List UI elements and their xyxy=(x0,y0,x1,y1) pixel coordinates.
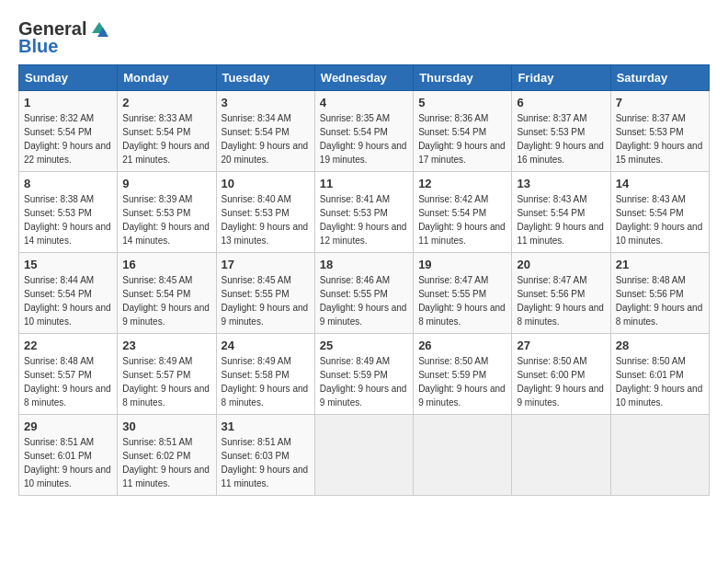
calendar-cell xyxy=(512,415,610,496)
day-info: Sunrise: 8:37 AM Sunset: 5:53 PM Dayligh… xyxy=(517,111,605,167)
calendar-cell: 18 Sunrise: 8:46 AM Sunset: 5:55 PM Dayl… xyxy=(314,253,413,334)
day-number: 17 xyxy=(222,258,310,271)
sunset: Sunset: 5:54 PM xyxy=(24,127,92,137)
sunrise: Sunrise: 8:34 AM xyxy=(222,113,291,123)
day-info: Sunrise: 8:43 AM Sunset: 5:54 PM Dayligh… xyxy=(616,192,704,247)
sunrise: Sunrise: 8:51 AM xyxy=(24,437,94,447)
daylight: Daylight: 9 hours and 11 minutes. xyxy=(122,465,210,488)
calendar-cell xyxy=(314,415,413,496)
weekday-header-wednesday: Wednesday xyxy=(314,65,413,91)
sunrise: Sunrise: 8:47 AM xyxy=(418,275,488,285)
daylight: Daylight: 9 hours and 9 minutes. xyxy=(122,303,210,327)
daylight: Daylight: 9 hours and 9 minutes. xyxy=(517,384,604,408)
weekday-header-friday: Friday xyxy=(512,65,610,91)
day-info: Sunrise: 8:43 AM Sunset: 5:54 PM Dayligh… xyxy=(517,192,605,247)
sunrise: Sunrise: 8:33 AM xyxy=(122,113,192,123)
sunset: Sunset: 6:02 PM xyxy=(122,451,190,461)
sunset: Sunset: 5:55 PM xyxy=(222,289,290,299)
sunset: Sunset: 5:54 PM xyxy=(517,208,585,218)
day-info: Sunrise: 8:40 AM Sunset: 5:53 PM Dayligh… xyxy=(222,192,310,247)
calendar-cell: 8 Sunrise: 8:38 AM Sunset: 5:53 PM Dayli… xyxy=(19,172,118,253)
sunset: Sunset: 5:58 PM xyxy=(222,370,290,380)
sunset: Sunset: 6:01 PM xyxy=(24,451,92,461)
sunset: Sunset: 6:01 PM xyxy=(616,370,684,380)
calendar-cell: 10 Sunrise: 8:40 AM Sunset: 5:53 PM Dayl… xyxy=(216,172,314,253)
daylight: Daylight: 9 hours and 9 minutes. xyxy=(222,303,309,327)
daylight: Daylight: 9 hours and 14 minutes. xyxy=(24,222,111,246)
daylight: Daylight: 9 hours and 10 minutes. xyxy=(616,384,703,408)
day-number: 1 xyxy=(24,96,112,109)
day-number: 25 xyxy=(320,339,408,352)
day-info: Sunrise: 8:51 AM Sunset: 6:02 PM Dayligh… xyxy=(122,435,210,490)
calendar-cell: 6 Sunrise: 8:37 AM Sunset: 5:53 PM Dayli… xyxy=(512,91,610,172)
sunset: Sunset: 5:59 PM xyxy=(418,370,486,380)
sunset: Sunset: 6:00 PM xyxy=(517,370,585,380)
sunset: Sunset: 5:55 PM xyxy=(320,289,388,299)
day-info: Sunrise: 8:51 AM Sunset: 6:03 PM Dayligh… xyxy=(222,435,310,490)
sunrise: Sunrise: 8:40 AM xyxy=(222,194,291,204)
sunset: Sunset: 5:53 PM xyxy=(616,127,684,137)
calendar-cell: 30 Sunrise: 8:51 AM Sunset: 6:02 PM Dayl… xyxy=(118,415,216,496)
sunrise: Sunrise: 8:43 AM xyxy=(517,194,586,204)
day-number: 28 xyxy=(616,339,704,352)
day-number: 24 xyxy=(222,339,310,352)
day-number: 31 xyxy=(222,419,310,433)
day-number: 21 xyxy=(616,258,704,271)
day-info: Sunrise: 8:50 AM Sunset: 6:00 PM Dayligh… xyxy=(517,354,605,409)
calendar-cell: 14 Sunrise: 8:43 AM Sunset: 5:54 PM Dayl… xyxy=(610,172,709,253)
day-info: Sunrise: 8:32 AM Sunset: 5:54 PM Dayligh… xyxy=(24,111,112,167)
calendar-cell: 27 Sunrise: 8:50 AM Sunset: 6:00 PM Dayl… xyxy=(512,334,610,415)
calendar-cell: 22 Sunrise: 8:48 AM Sunset: 5:57 PM Dayl… xyxy=(19,334,118,415)
day-info: Sunrise: 8:47 AM Sunset: 5:55 PM Dayligh… xyxy=(418,273,506,328)
day-info: Sunrise: 8:42 AM Sunset: 5:54 PM Dayligh… xyxy=(418,192,506,247)
daylight: Daylight: 9 hours and 14 minutes. xyxy=(122,222,210,246)
sunset: Sunset: 5:59 PM xyxy=(320,370,388,380)
sunset: Sunset: 5:57 PM xyxy=(24,370,92,380)
calendar-week-2: 8 Sunrise: 8:38 AM Sunset: 5:53 PM Dayli… xyxy=(19,172,710,253)
day-number: 30 xyxy=(122,419,210,433)
sunrise: Sunrise: 8:36 AM xyxy=(418,113,488,123)
weekday-header-monday: Monday xyxy=(118,65,216,91)
daylight: Daylight: 9 hours and 10 minutes. xyxy=(24,465,111,488)
day-number: 7 xyxy=(616,96,704,109)
day-info: Sunrise: 8:48 AM Sunset: 5:56 PM Dayligh… xyxy=(616,273,704,328)
sunset: Sunset: 5:54 PM xyxy=(122,127,190,137)
daylight: Daylight: 9 hours and 16 minutes. xyxy=(517,141,604,165)
sunrise: Sunrise: 8:38 AM xyxy=(24,194,94,204)
day-number: 6 xyxy=(517,96,605,109)
day-info: Sunrise: 8:49 AM Sunset: 5:57 PM Dayligh… xyxy=(122,354,210,409)
sunrise: Sunrise: 8:49 AM xyxy=(122,356,192,366)
logo-text-blue: Blue xyxy=(18,36,58,57)
calendar-cell: 13 Sunrise: 8:43 AM Sunset: 5:54 PM Dayl… xyxy=(512,172,610,253)
calendar-week-1: 1 Sunrise: 8:32 AM Sunset: 5:54 PM Dayli… xyxy=(19,91,710,172)
daylight: Daylight: 9 hours and 9 minutes. xyxy=(418,384,506,408)
sunrise: Sunrise: 8:44 AM xyxy=(24,275,94,285)
day-info: Sunrise: 8:48 AM Sunset: 5:57 PM Dayligh… xyxy=(24,354,112,409)
calendar-cell: 12 Sunrise: 8:42 AM Sunset: 5:54 PM Dayl… xyxy=(414,172,512,253)
logo-icon xyxy=(90,20,108,39)
calendar-cell: 21 Sunrise: 8:48 AM Sunset: 5:56 PM Dayl… xyxy=(610,253,709,334)
day-number: 18 xyxy=(320,258,408,271)
sunset: Sunset: 5:57 PM xyxy=(122,370,190,380)
calendar-cell: 19 Sunrise: 8:47 AM Sunset: 5:55 PM Dayl… xyxy=(414,253,512,334)
sunrise: Sunrise: 8:45 AM xyxy=(122,275,192,285)
day-info: Sunrise: 8:47 AM Sunset: 5:56 PM Dayligh… xyxy=(517,273,605,328)
daylight: Daylight: 9 hours and 10 minutes. xyxy=(616,222,703,246)
day-info: Sunrise: 8:46 AM Sunset: 5:55 PM Dayligh… xyxy=(320,273,408,328)
daylight: Daylight: 9 hours and 8 minutes. xyxy=(517,303,604,327)
day-number: 5 xyxy=(418,96,506,109)
calendar-cell: 25 Sunrise: 8:49 AM Sunset: 5:59 PM Dayl… xyxy=(314,334,413,415)
day-info: Sunrise: 8:39 AM Sunset: 5:53 PM Dayligh… xyxy=(122,192,210,247)
header: General Blue xyxy=(18,18,710,57)
day-info: Sunrise: 8:41 AM Sunset: 5:53 PM Dayligh… xyxy=(320,192,408,247)
sunset: Sunset: 5:53 PM xyxy=(222,208,290,218)
calendar-cell: 2 Sunrise: 8:33 AM Sunset: 5:54 PM Dayli… xyxy=(118,91,216,172)
sunrise: Sunrise: 8:49 AM xyxy=(320,356,390,366)
sunrise: Sunrise: 8:51 AM xyxy=(222,437,291,447)
calendar-cell: 1 Sunrise: 8:32 AM Sunset: 5:54 PM Dayli… xyxy=(19,91,118,172)
daylight: Daylight: 9 hours and 20 minutes. xyxy=(222,141,309,165)
day-number: 22 xyxy=(24,339,112,352)
calendar-week-3: 15 Sunrise: 8:44 AM Sunset: 5:54 PM Dayl… xyxy=(19,253,710,334)
daylight: Daylight: 9 hours and 11 minutes. xyxy=(222,465,309,488)
day-info: Sunrise: 8:34 AM Sunset: 5:54 PM Dayligh… xyxy=(222,111,310,167)
